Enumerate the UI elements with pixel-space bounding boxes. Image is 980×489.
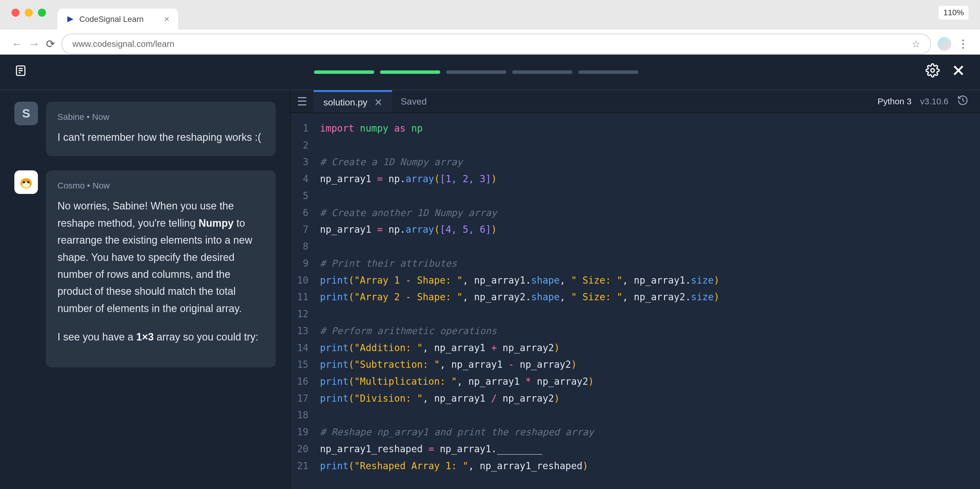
progress-step-3[interactable] [446, 70, 506, 74]
message-body: I can't remember how the reshaping works… [57, 129, 264, 146]
progress-indicator [314, 70, 638, 74]
site-icon [66, 15, 75, 24]
editor-tab-solution[interactable]: solution.py ✕ [313, 90, 392, 113]
tab-title: CodeSignal Learn [79, 15, 143, 24]
browser-chrome: CodeSignal Learn × ← → ⟳ www.codesignal.… [0, 0, 980, 54]
language-version: v3.10.6 [920, 97, 948, 106]
message-time: Now [92, 112, 110, 121]
nav-bar: ← → ⟳ www.codesignal.com/learn ☆ ⋮ [0, 30, 980, 58]
forward-button[interactable]: → [29, 38, 40, 50]
close-tab-button[interactable]: × [164, 14, 169, 24]
document-icon[interactable] [14, 64, 27, 80]
back-button[interactable]: ← [11, 38, 22, 50]
sender-name: Cosmo [57, 181, 85, 190]
bookmark-icon[interactable]: ☆ [912, 38, 920, 50]
zoom-indicator: 110% [939, 6, 969, 19]
message-bubble: Sabine • Now I can't remember how the re… [46, 102, 276, 156]
progress-step-4[interactable] [512, 70, 573, 74]
chat-panel: S Sabine • Now I can't remember how the … [0, 90, 290, 489]
message-body: No worries, Sabine! When you use the res… [57, 198, 264, 346]
saved-status: Saved [401, 96, 427, 107]
settings-button[interactable] [926, 63, 940, 81]
close-app-button[interactable] [951, 63, 966, 81]
progress-step-2[interactable] [380, 70, 440, 74]
text-bold: 1×3 [136, 331, 154, 343]
app-header [0, 54, 980, 90]
app-container: S Sabine • Now I can't remember how the … [0, 54, 980, 489]
message-header: Cosmo • Now [57, 181, 264, 191]
header-actions [926, 63, 966, 81]
text: array so you could try: [154, 331, 258, 343]
chat-message-bot: Cosmo • Now No worries, Sabine! When you… [14, 170, 276, 367]
minimize-window-button[interactable] [25, 9, 33, 17]
address-bar[interactable]: www.codesignal.com/learn ☆ [62, 33, 931, 54]
sender-name: Sabine [57, 112, 84, 121]
progress-step-5[interactable] [578, 70, 638, 74]
close-file-button[interactable]: ✕ [374, 97, 382, 108]
svg-point-4 [931, 68, 935, 72]
main-content: S Sabine • Now I can't remember how the … [0, 90, 980, 489]
progress-step-1[interactable] [314, 70, 374, 74]
user-avatar: S [14, 102, 38, 125]
line-numbers: 123456789101112131415161718192021 [291, 113, 313, 489]
history-icon[interactable] [957, 94, 969, 108]
message-bubble: Cosmo • Now No worries, Sabine! When you… [46, 170, 276, 367]
chat-message-user: S Sabine • Now I can't remember how the … [14, 102, 276, 156]
menu-icon[interactable]: ☰ [291, 90, 313, 113]
text: to rearrange the existing elements into … [57, 217, 252, 314]
url-text: www.codesignal.com/learn [72, 39, 174, 49]
message-time: Now [92, 181, 110, 190]
text-bold: Numpy [199, 217, 234, 229]
editor-status-right: Python 3 v3.10.6 [877, 94, 969, 108]
language-label[interactable]: Python 3 [877, 97, 912, 106]
text: I see you have a [57, 331, 136, 343]
browser-menu-button[interactable]: ⋮ [958, 38, 969, 50]
editor-panel: ☰ solution.py ✕ Saved Python 3 v3.10.6 1… [290, 90, 980, 489]
profile-avatar[interactable] [937, 37, 951, 51]
close-window-button[interactable] [11, 9, 19, 17]
tab-bar: CodeSignal Learn × [57, 9, 980, 30]
browser-tab[interactable]: CodeSignal Learn × [57, 9, 178, 30]
bot-avatar [14, 170, 38, 194]
editor-tab-bar: ☰ solution.py ✕ Saved Python 3 v3.10.6 [291, 90, 980, 113]
code-content[interactable]: import numpy as np # Create a 1D Numpy a… [313, 113, 980, 489]
filename: solution.py [323, 97, 368, 108]
code-editor[interactable]: 123456789101112131415161718192021 import… [291, 113, 980, 489]
message-header: Sabine • Now [57, 112, 264, 122]
reload-button[interactable]: ⟳ [46, 38, 55, 50]
maximize-window-button[interactable] [38, 9, 46, 17]
